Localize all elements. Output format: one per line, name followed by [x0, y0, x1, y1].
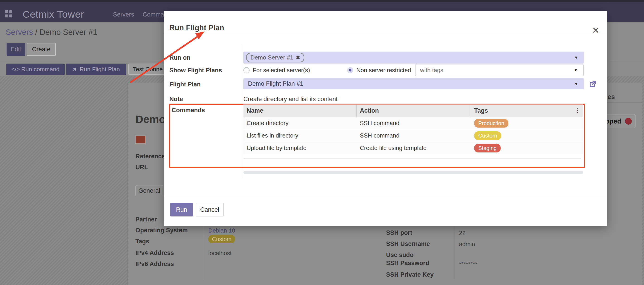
code-icon: </>: [11, 66, 20, 73]
column-header-action[interactable]: Action: [357, 104, 471, 117]
close-icon[interactable]: ✕: [592, 26, 600, 35]
ssh-port-label: SSH port: [386, 229, 412, 236]
breadcrumb: Servers / Demo Server #1: [6, 27, 97, 37]
field-separator-left: [204, 223, 204, 279]
commands-table-header: Name Action Tags ⋮: [244, 104, 583, 117]
edit-button[interactable]: Edit: [6, 43, 25, 56]
ssh-private-key-label: SSH Private Key: [386, 271, 434, 278]
run-button[interactable]: Run: [170, 203, 193, 217]
server-title-fragment: Demo: [136, 113, 166, 126]
radio-non-server-restricted[interactable]: [347, 67, 353, 73]
status-label-fragment: pped: [605, 117, 621, 125]
ipv6-label: IPv6 Address: [136, 261, 174, 268]
table-row[interactable]: Create directory SSH command Production: [244, 117, 583, 130]
flight-plan-filter-radios: For selected server(s) Non server restri…: [244, 64, 411, 76]
dialog-footer-divider: [164, 196, 607, 196]
kebab-menu-icon[interactable]: ⋮: [574, 107, 580, 114]
ssh-username-label: SSH Username: [386, 241, 430, 248]
ssh-password-value: ********: [459, 261, 477, 268]
commands-label: Commands: [172, 107, 205, 114]
run-flight-plan-button[interactable]: ✈ Run Flight Plan: [66, 63, 126, 75]
table-row[interactable]: List files in directory SSH command Cust…: [244, 130, 583, 142]
ssh-username-value: admin: [459, 241, 475, 248]
reference-label: Reference: [136, 153, 165, 160]
use-sudo-label: Use sudo: [386, 252, 414, 259]
external-link-icon[interactable]: [588, 80, 597, 88]
server-tag-chip[interactable]: Demo Server #1 ✖: [246, 53, 304, 62]
ssh-password-label: SSH Password: [386, 260, 429, 267]
run-command-button[interactable]: </> Run command: [6, 63, 65, 75]
os-label: Operating System: [136, 227, 188, 234]
show-flight-plans-label: Show Flight Plans: [170, 67, 222, 74]
horizontal-scrollbar[interactable]: [244, 171, 583, 174]
flight-plan-select[interactable]: Demo Flight Plan #1 ▼: [244, 78, 584, 89]
ssh-port-value: 22: [459, 230, 466, 237]
breadcrumb-servers-link[interactable]: Servers: [6, 27, 33, 36]
table-bottom-rule: [244, 158, 581, 159]
chevron-down-icon[interactable]: ▼: [574, 68, 578, 73]
run-on-input[interactable]: Demo Server #1 ✖ ▼: [244, 51, 584, 63]
plane-icon: ✈: [71, 65, 79, 73]
window-top-strip: [0, 0, 644, 2]
dialog-title: Run Flight Plan: [170, 23, 224, 32]
content-left-margin: [0, 83, 128, 285]
field-separator-right: [454, 226, 454, 279]
smart-button-text-fragment[interactable]: es: [608, 93, 615, 101]
tag-badge: Custom: [474, 131, 501, 140]
breadcrumb-current: Demo Server #1: [40, 27, 97, 36]
status-dot-icon: [625, 118, 632, 125]
ipv4-value: localhost: [208, 250, 232, 257]
app-brand[interactable]: Cetmix Tower: [23, 9, 84, 20]
color-swatch[interactable]: [135, 135, 146, 144]
tags-value-badge: Custom: [208, 236, 235, 243]
url-label: URL: [136, 164, 148, 171]
dialog-header-divider: [164, 33, 607, 33]
radio-for-selected-servers[interactable]: [244, 67, 250, 73]
cancel-button[interactable]: Cancel: [196, 203, 224, 217]
run-flight-plan-dialog: Run Flight Plan ✕ Run on Demo Server #1 …: [164, 11, 607, 226]
tags-label: Tags: [136, 238, 149, 245]
apps-grid-icon[interactable]: [5, 10, 12, 17]
chevron-down-icon[interactable]: ▼: [574, 81, 578, 86]
tag-badge: Production: [474, 119, 508, 128]
chevron-down-icon[interactable]: ▼: [574, 55, 578, 60]
ipv4-label: IPv4 Address: [136, 250, 174, 257]
note-label: Note: [170, 96, 183, 103]
column-header-name[interactable]: Name: [244, 104, 357, 117]
run-on-label: Run on: [170, 54, 190, 61]
remove-tag-icon[interactable]: ✖: [296, 55, 300, 60]
create-button[interactable]: Create: [27, 43, 56, 56]
table-row[interactable]: Upload file by template Create file usin…: [244, 142, 583, 154]
flight-plan-label: Flight Plan: [170, 81, 201, 88]
commands-table: Name Action Tags ⋮ Create directory SSH …: [244, 104, 583, 154]
statusbar-divider: [607, 102, 642, 102]
partner-label: Partner: [136, 216, 157, 223]
column-header-tags[interactable]: Tags ⋮: [471, 104, 583, 117]
nav-item-servers[interactable]: Servers: [113, 11, 134, 18]
note-value: Create directory and list its content: [244, 96, 338, 103]
with-tags-select[interactable]: with tags ▼: [415, 64, 584, 76]
os-value[interactable]: Debian 10: [208, 227, 235, 234]
content-right-margin: [642, 83, 644, 285]
tab-general[interactable]: General: [136, 185, 163, 196]
tag-badge: Staging: [474, 144, 501, 152]
